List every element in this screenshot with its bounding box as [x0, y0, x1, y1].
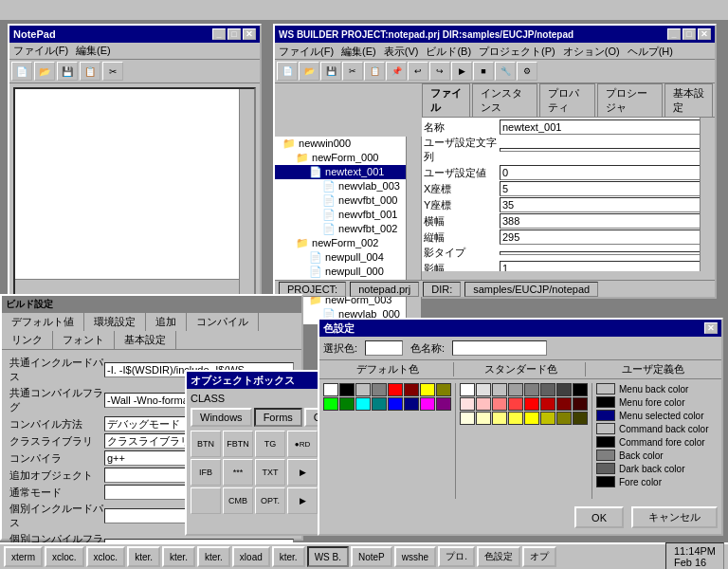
taskbar-tab-t12[interactable]: プロ. — [438, 546, 475, 567]
props-value-0[interactable]: newtext_001 — [500, 119, 713, 135]
standard-color-23[interactable] — [573, 412, 588, 425]
color-settings-close-btn[interactable]: ✕ — [704, 322, 718, 334]
standard-color-22[interactable] — [556, 412, 572, 425]
build-tab-default[interactable]: デフォルト値 — [2, 313, 84, 331]
standard-color-3[interactable] — [508, 383, 523, 396]
wsbuilder-props-scrollbar[interactable] — [700, 118, 715, 271]
props-tab-proc[interactable]: プロシージャ — [597, 83, 662, 117]
default-color-13[interactable] — [404, 397, 419, 411]
standard-color-17[interactable] — [476, 412, 491, 425]
wsbuilder-menu-project[interactable]: プロジェクト(P) — [479, 45, 555, 59]
taskbar-tab-t5[interactable]: kter. — [162, 546, 195, 567]
objbox-tab-forms[interactable]: Forms — [254, 408, 302, 427]
wb-tb-b2[interactable]: ⚙ — [517, 62, 537, 81]
tree-item-0[interactable]: 📁 newwin000 — [275, 137, 421, 151]
wb-tb-open[interactable]: 📂 — [299, 62, 319, 81]
props-value-4[interactable]: 35 — [500, 197, 713, 212]
standard-color-1[interactable] — [476, 383, 491, 396]
objbox-icon-btn[interactable]: BTN — [191, 431, 221, 457]
standard-color-14[interactable] — [556, 397, 572, 411]
default-color-4[interactable] — [388, 383, 403, 396]
notepad-scrollbar-v[interactable] — [239, 89, 254, 294]
props-tab-basic[interactable]: 基本設定 — [664, 83, 713, 117]
default-color-2[interactable] — [355, 383, 371, 396]
objbox-icon-fbtn[interactable]: FBTN — [223, 431, 253, 457]
default-color-15[interactable] — [436, 397, 451, 411]
build-tab-basic[interactable]: 基本設定 — [115, 331, 176, 349]
default-color-9[interactable] — [339, 397, 355, 411]
wsbuilder-menu-file[interactable]: ファイル(F) — [279, 45, 334, 59]
taskbar-tab-t6[interactable]: kter. — [197, 546, 230, 567]
tree-item-9[interactable]: 📄 newpull_000 — [275, 265, 421, 279]
notepad-menu-edit[interactable]: 編集(E) — [76, 44, 111, 58]
notepad-minimize-btn[interactable]: _ — [212, 28, 226, 40]
props-value-2[interactable]: 0 — [500, 165, 713, 180]
color-list-item-6[interactable]: Dark back color — [596, 463, 718, 474]
taskbar-tab-t11[interactable]: wsshe — [394, 546, 436, 567]
tree-item-5[interactable]: 📄 newvfbt_001 — [275, 208, 421, 222]
default-color-14[interactable] — [420, 397, 435, 411]
wsbuilder-menu-edit[interactable]: 編集(E) — [341, 45, 376, 59]
color-list-item-2[interactable]: Menu selected color — [596, 410, 718, 421]
objbox-icon-rd[interactable]: ●RD — [287, 431, 318, 457]
notepad-open-btn[interactable]: 📂 — [34, 62, 55, 81]
default-color-12[interactable] — [388, 397, 403, 411]
tree-item-2[interactable]: 📄 newtext_001 — [275, 165, 421, 179]
props-value-3[interactable]: 5 — [500, 181, 713, 196]
build-tab-font[interactable]: フォント — [53, 331, 115, 349]
notepad-maximize-btn[interactable]: □ — [228, 28, 241, 40]
tree-item-3[interactable]: 📄 newvlab_003 — [275, 179, 421, 193]
wb-tb-b1[interactable]: 🔧 — [495, 62, 516, 81]
default-color-0[interactable] — [323, 383, 338, 396]
notepad-new-btn[interactable]: 📄 — [11, 62, 32, 81]
props-value-5[interactable]: 388 — [500, 213, 713, 229]
default-color-5[interactable] — [404, 383, 419, 396]
objbox-icon-star[interactable]: *** — [223, 459, 253, 486]
props-value-1[interactable] — [500, 148, 713, 152]
taskbar-tab-t7[interactable]: xload — [232, 546, 270, 567]
standard-color-20[interactable] — [524, 412, 539, 425]
wb-tb-redo[interactable]: ↪ — [429, 62, 450, 81]
build-tab-link[interactable]: リンク — [2, 331, 53, 349]
wb-tb-copy[interactable]: 📋 — [364, 62, 385, 81]
standard-color-19[interactable] — [508, 412, 523, 425]
objbox-tab-windows[interactable]: Windows — [191, 408, 252, 427]
wb-tb-build[interactable]: ▶ — [451, 62, 472, 81]
wb-tb-cut[interactable]: ✂ — [342, 62, 363, 81]
wsbuilder-menu-build[interactable]: ビルド(B) — [426, 45, 471, 59]
build-tab-add[interactable]: 追加 — [146, 313, 187, 331]
wsbuilder-minimize-btn[interactable]: _ — [667, 28, 681, 40]
standard-color-10[interactable] — [492, 397, 507, 411]
taskbar-tab-t9[interactable]: WS B. — [307, 546, 349, 567]
wb-tb-undo[interactable]: ↩ — [408, 62, 428, 81]
standard-color-9[interactable] — [476, 397, 491, 411]
objbox-icon-empty2[interactable] — [191, 487, 221, 514]
color-name-input[interactable] — [452, 340, 547, 356]
default-color-3[interactable] — [372, 383, 387, 396]
build-tab-env[interactable]: 環境設定 — [84, 313, 146, 331]
objbox-icon-arr5[interactable]: ▶ — [287, 487, 318, 514]
taskbar-tab-t1[interactable]: xterm — [4, 546, 43, 567]
standard-color-4[interactable] — [524, 383, 539, 396]
color-ok-btn[interactable]: OK — [574, 506, 624, 528]
default-color-6[interactable] — [420, 383, 435, 396]
color-list-item-7[interactable]: Fore color — [596, 476, 718, 487]
color-list-item-0[interactable]: Menu back color — [596, 383, 718, 395]
default-color-1[interactable] — [339, 383, 355, 396]
tree-item-6[interactable]: 📄 newvfbt_002 — [275, 222, 421, 236]
color-selected-input[interactable] — [365, 340, 403, 356]
objbox-icon-ifb[interactable]: IFB — [191, 459, 221, 486]
taskbar-tab-t4[interactable]: kter. — [127, 546, 160, 567]
objbox-icon-opt[interactable]: OPT. — [255, 487, 285, 514]
props-value-8[interactable]: 1 — [500, 261, 713, 271]
color-list-item-1[interactable]: Menu fore color — [596, 396, 718, 408]
wsbuilder-menu-help[interactable]: ヘルプ(H) — [628, 45, 673, 59]
objbox-icon-arr1[interactable]: ▶ — [287, 459, 318, 486]
wb-tb-paste[interactable]: 📌 — [386, 62, 407, 81]
standard-color-13[interactable] — [540, 397, 555, 411]
objbox-icon-txt[interactable]: TXT — [255, 459, 285, 486]
notepad-copy-btn[interactable]: 📋 — [80, 62, 100, 81]
color-list-item-4[interactable]: Command fore color — [596, 436, 718, 448]
color-list-item-5[interactable]: Back color — [596, 450, 718, 461]
standard-color-2[interactable] — [492, 383, 507, 396]
